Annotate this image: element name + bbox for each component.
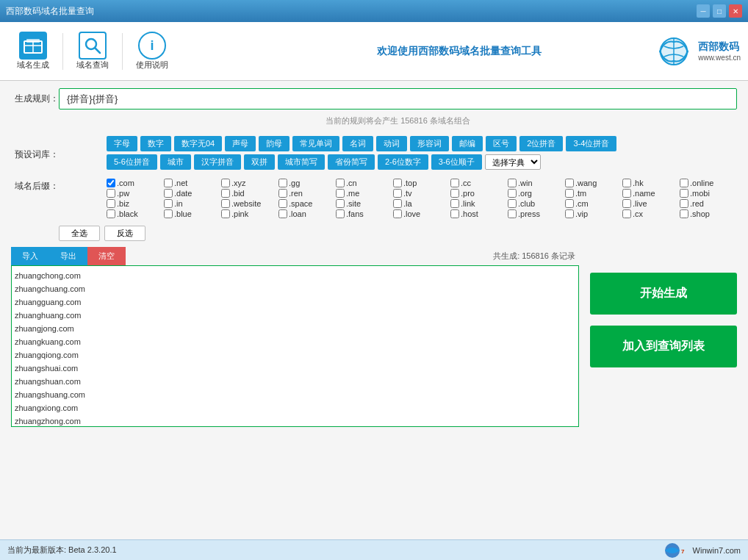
suffix-mobi[interactable]: .mobi xyxy=(680,189,737,198)
suffix-live[interactable]: .live xyxy=(622,199,680,208)
suffix-host[interactable]: .host xyxy=(450,209,508,218)
domain-gen-button[interactable]: 域名生成 xyxy=(7,26,59,77)
suffix-name[interactable]: .name xyxy=(622,189,680,198)
dict-btn-areacode[interactable]: 区号 xyxy=(486,136,517,151)
generate-button[interactable]: 开始生成 xyxy=(590,273,737,315)
list-item: zhuangchong.com xyxy=(15,269,575,282)
suffix-cn[interactable]: .cn xyxy=(336,179,393,187)
suffix-red[interactable]: .red xyxy=(680,199,737,208)
suffix-online[interactable]: .online xyxy=(680,179,737,187)
suffix-gg[interactable]: .gg xyxy=(278,179,336,187)
dict-btn-36shunzi[interactable]: 3-6位顺子 xyxy=(431,154,482,170)
dict-row-2: 5-6位拼音 城市 汉字拼音 双拼 城市简写 省份简写 2-6位数字 3-6位顺… xyxy=(107,154,737,170)
dict-btn-34py[interactable]: 3-4位拼音 xyxy=(566,136,616,151)
list-count: 共生成: 156816 条记录 xyxy=(493,251,579,262)
suffix-fans[interactable]: .fans xyxy=(336,209,393,218)
suffix-biz[interactable]: .biz xyxy=(107,199,164,208)
suffix-xyz[interactable]: .xyz xyxy=(221,179,278,187)
suffix-press[interactable]: .press xyxy=(508,209,565,218)
toolbar: 域名生成 域名查询 i 使用说明 欢迎使用西部数码域名批量查询工具 xyxy=(0,22,748,81)
help-label: 使用说明 xyxy=(136,60,168,71)
suffix-ren[interactable]: .ren xyxy=(278,189,336,198)
dict-btn-verb[interactable]: 动词 xyxy=(376,136,407,151)
dict-btn-shuangpin[interactable]: 双拼 xyxy=(244,154,275,170)
suffix-com[interactable]: .com xyxy=(107,179,164,187)
suffix-win[interactable]: .win xyxy=(508,179,565,187)
suffix-loan[interactable]: .loan xyxy=(278,209,336,218)
suffix-date[interactable]: .date xyxy=(164,189,221,198)
deselect-button[interactable]: 反选 xyxy=(104,226,145,241)
suffix-hk[interactable]: .hk xyxy=(622,179,680,187)
dict-btn-shengmu[interactable]: 声母 xyxy=(225,136,256,151)
suffix-tv[interactable]: .tv xyxy=(393,189,450,198)
suffix-love[interactable]: .love xyxy=(393,209,450,218)
dict-btn-city-abbr[interactable]: 城市简写 xyxy=(278,154,325,170)
dict-btn-number[interactable]: 数字 xyxy=(140,136,171,151)
select-all-button[interactable]: 全选 xyxy=(59,226,100,241)
minimize-button[interactable]: ─ xyxy=(697,4,710,18)
add-query-button[interactable]: 加入到查询列表 xyxy=(590,326,737,367)
suffix-in[interactable]: .in xyxy=(164,199,221,208)
right-panel: 开始生成 加入到查询列表 xyxy=(590,247,737,427)
dict-btn-city[interactable]: 城市 xyxy=(160,154,191,170)
brand-name: 西部数码 xyxy=(698,40,741,54)
close-button[interactable]: ✕ xyxy=(729,4,742,18)
suffix-top[interactable]: .top xyxy=(393,179,450,187)
suffix-website[interactable]: .website xyxy=(221,199,278,208)
suffix-cx[interactable]: .cx xyxy=(622,209,680,218)
suffix-org[interactable]: .org xyxy=(508,189,565,198)
rule-row: 生成规则： {拼音}{拼音} xyxy=(11,88,737,110)
dict-btn-letter[interactable]: 字母 xyxy=(107,136,137,151)
dict-btn-province-abbr[interactable]: 省份简写 xyxy=(328,154,375,170)
suffix-la[interactable]: .la xyxy=(393,199,450,208)
suffix-cm[interactable]: .cm xyxy=(565,199,622,208)
suffix-blue[interactable]: .blue xyxy=(164,209,221,218)
help-button[interactable]: i 使用说明 xyxy=(126,26,178,77)
maximize-button[interactable]: □ xyxy=(713,4,726,18)
suffix-shop[interactable]: .shop xyxy=(680,209,737,218)
dict-btn-yunmu[interactable]: 韵母 xyxy=(259,136,290,151)
toolbar-divider1 xyxy=(62,33,63,70)
dict-btn-2py[interactable]: 2位拼音 xyxy=(519,136,563,151)
suffix-me[interactable]: .me xyxy=(336,189,393,198)
suffix-black[interactable]: .black xyxy=(107,209,164,218)
dict-select[interactable]: 选择字典 xyxy=(485,154,541,170)
rule-input[interactable]: {拼音}{拼音} xyxy=(59,88,737,110)
suffix-club[interactable]: .club xyxy=(508,199,565,208)
suffix-pw[interactable]: .pw xyxy=(107,189,164,198)
dict-btn-26num[interactable]: 2-6位数字 xyxy=(378,154,428,170)
suffix-pro[interactable]: .pro xyxy=(450,189,508,198)
clear-button[interactable]: 清空 xyxy=(87,247,126,265)
svg-line-5 xyxy=(95,48,100,53)
import-button[interactable]: 导入 xyxy=(11,247,49,265)
win7-logo-icon: 7 xyxy=(664,542,687,559)
dict-btn-number-no04[interactable]: 数字无04 xyxy=(174,136,222,151)
domain-list[interactable]: zhuangchong.comzhuangchuang.comzhuanggua… xyxy=(11,265,579,427)
suffix-label: 域名后缀： xyxy=(11,179,59,193)
suffix-net[interactable]: .net xyxy=(164,179,221,187)
list-item: zhuangzhong.com xyxy=(15,414,575,427)
suffix-space[interactable]: .space xyxy=(278,199,336,208)
dict-btn-hzpy[interactable]: 汉字拼音 xyxy=(194,154,241,170)
list-item: zhuangchuang.com xyxy=(15,282,575,295)
dict-btn-common-words[interactable]: 常见单词 xyxy=(292,136,339,151)
suffix-cc[interactable]: .cc xyxy=(450,179,508,187)
suffix-link[interactable]: .link xyxy=(450,199,508,208)
dict-btn-56py[interactable]: 5-6位拼音 xyxy=(107,154,157,170)
suffix-pink[interactable]: .pink xyxy=(221,209,278,218)
main-content: 生成规则： {拼音}{拼音} 当前的规则将会产生 156816 条域名组合 预设… xyxy=(0,81,748,539)
dict-btn-postcode[interactable]: 邮编 xyxy=(452,136,483,151)
dict-row-1: 字母 数字 数字无04 声母 韵母 常见单词 名词 动词 形容词 邮编 区号 2… xyxy=(107,136,737,151)
suffix-site[interactable]: .site xyxy=(336,199,393,208)
dict-btn-noun[interactable]: 名词 xyxy=(342,136,373,151)
suffix-tm[interactable]: .tm xyxy=(565,189,622,198)
domain-query-button[interactable]: 域名查询 xyxy=(67,26,118,77)
suffix-bid[interactable]: .bid xyxy=(221,189,278,198)
suffix-vip[interactable]: .vip xyxy=(565,209,622,218)
suffix-row: 域名后缀： .com .net .xyz .gg .cn .top .cc .w… xyxy=(11,179,737,220)
suffix-wang[interactable]: .wang xyxy=(565,179,622,187)
export-button[interactable]: 导出 xyxy=(49,247,87,265)
info-icon: i xyxy=(138,32,166,60)
statusbar-right: 7 Winwin7.com xyxy=(664,542,741,559)
dict-btn-adj[interactable]: 形容词 xyxy=(410,136,449,151)
